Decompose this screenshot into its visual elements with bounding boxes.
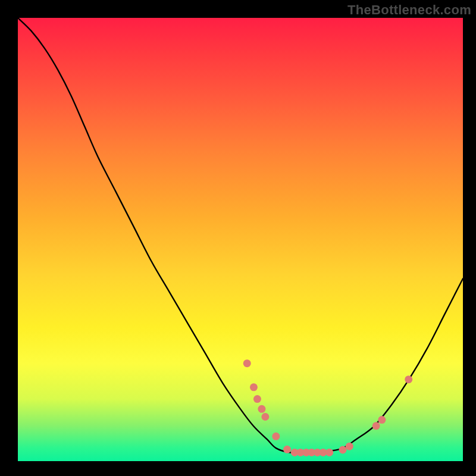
highlight-dot (250, 383, 258, 391)
attribution-link[interactable]: TheBottleneck.com (347, 2, 471, 18)
highlight-dot (346, 443, 353, 450)
plot-area (18, 18, 463, 461)
bottleneck-curve-svg (18, 18, 463, 461)
highlight-dot (243, 359, 251, 367)
highlight-dot (378, 416, 386, 424)
highlight-dot (261, 413, 269, 421)
highlight-dot (405, 375, 412, 383)
highlight-dot (372, 422, 380, 430)
highlight-dot (253, 395, 261, 403)
highlight-dot (283, 446, 291, 453)
chart-stage: TheBottleneck.com (0, 0, 476, 476)
bottleneck-curve (18, 18, 463, 453)
highlight-dot (339, 446, 347, 454)
highlight-dot (272, 433, 280, 440)
highlight-dot (258, 405, 265, 413)
highlight-dot (325, 449, 333, 456)
